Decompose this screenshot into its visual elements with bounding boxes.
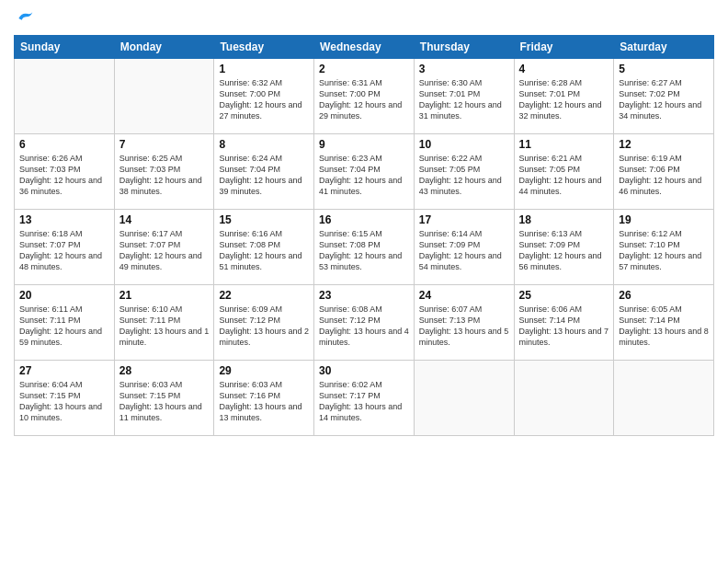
calendar-cell: 22Sunrise: 6:09 AM Sunset: 7:12 PM Dayli…: [214, 285, 314, 361]
day-number: 18: [519, 213, 609, 226]
logo: [14, 9, 34, 28]
day-info: Sunrise: 6:23 AM Sunset: 7:04 PM Dayligh…: [319, 153, 409, 198]
calendar-cell: 16Sunrise: 6:15 AM Sunset: 7:08 PM Dayli…: [314, 210, 415, 285]
page: SundayMondayTuesdayWednesdayThursdayFrid…: [0, 0, 728, 563]
calendar-cell: 13Sunrise: 6:18 AM Sunset: 7:07 PM Dayli…: [15, 210, 115, 285]
calendar-cell: 20Sunrise: 6:11 AM Sunset: 7:11 PM Dayli…: [15, 285, 115, 361]
day-number: 1: [219, 63, 309, 75]
day-info: Sunrise: 6:32 AM Sunset: 7:00 PM Dayligh…: [219, 77, 309, 122]
calendar-week-row: 1Sunrise: 6:32 AM Sunset: 7:00 PM Daylig…: [15, 59, 714, 134]
day-number: 7: [119, 138, 210, 151]
day-number: 21: [119, 289, 210, 302]
day-info: Sunrise: 6:06 AM Sunset: 7:14 PM Dayligh…: [519, 304, 609, 349]
day-info: Sunrise: 6:25 AM Sunset: 7:03 PM Dayligh…: [119, 153, 210, 198]
weekday-header: Monday: [114, 36, 214, 59]
day-info: Sunrise: 6:10 AM Sunset: 7:11 PM Dayligh…: [119, 304, 210, 349]
calendar-cell: 19Sunrise: 6:12 AM Sunset: 7:10 PM Dayli…: [614, 210, 714, 285]
day-info: Sunrise: 6:03 AM Sunset: 7:15 PM Dayligh…: [119, 379, 210, 424]
calendar-cell: 25Sunrise: 6:06 AM Sunset: 7:14 PM Dayli…: [514, 285, 614, 361]
calendar-cell: [614, 361, 714, 436]
header: [14, 9, 714, 28]
calendar-cell: 8Sunrise: 6:24 AM Sunset: 7:04 PM Daylig…: [214, 134, 314, 210]
day-info: Sunrise: 6:18 AM Sunset: 7:07 PM Dayligh…: [19, 228, 109, 273]
day-info: Sunrise: 6:02 AM Sunset: 7:17 PM Dayligh…: [319, 379, 409, 424]
calendar-cell: 30Sunrise: 6:02 AM Sunset: 7:17 PM Dayli…: [314, 361, 415, 436]
calendar-cell: 17Sunrise: 6:14 AM Sunset: 7:09 PM Dayli…: [414, 210, 514, 285]
day-info: Sunrise: 6:12 AM Sunset: 7:10 PM Dayligh…: [619, 228, 709, 273]
calendar-cell: [15, 59, 115, 134]
calendar-cell: 24Sunrise: 6:07 AM Sunset: 7:13 PM Dayli…: [414, 285, 514, 361]
day-number: 20: [19, 289, 109, 302]
calendar-cell: 6Sunrise: 6:26 AM Sunset: 7:03 PM Daylig…: [15, 134, 115, 210]
day-number: 3: [419, 63, 509, 75]
calendar-cell: 4Sunrise: 6:28 AM Sunset: 7:01 PM Daylig…: [514, 59, 614, 134]
calendar-table: SundayMondayTuesdayWednesdayThursdayFrid…: [14, 35, 714, 436]
weekday-header: Sunday: [15, 36, 115, 59]
day-info: Sunrise: 6:30 AM Sunset: 7:01 PM Dayligh…: [419, 77, 509, 122]
day-info: Sunrise: 6:21 AM Sunset: 7:05 PM Dayligh…: [519, 153, 609, 198]
day-number: 26: [619, 289, 709, 302]
calendar-cell: 28Sunrise: 6:03 AM Sunset: 7:15 PM Dayli…: [114, 361, 214, 436]
day-number: 13: [19, 213, 109, 226]
day-info: Sunrise: 6:31 AM Sunset: 7:00 PM Dayligh…: [319, 77, 409, 122]
day-number: 9: [319, 138, 409, 151]
day-info: Sunrise: 6:13 AM Sunset: 7:09 PM Dayligh…: [519, 228, 609, 273]
day-number: 16: [319, 213, 409, 226]
calendar-cell: 10Sunrise: 6:22 AM Sunset: 7:05 PM Dayli…: [414, 134, 514, 210]
calendar-cell: 21Sunrise: 6:10 AM Sunset: 7:11 PM Dayli…: [114, 285, 214, 361]
day-number: 15: [219, 213, 309, 226]
calendar-cell: 15Sunrise: 6:16 AM Sunset: 7:08 PM Dayli…: [214, 210, 314, 285]
day-number: 14: [119, 213, 210, 226]
day-number: 28: [119, 364, 210, 377]
day-number: 4: [519, 63, 609, 75]
day-number: 8: [219, 138, 309, 151]
day-number: 19: [619, 213, 709, 226]
calendar-cell: 7Sunrise: 6:25 AM Sunset: 7:03 PM Daylig…: [114, 134, 214, 210]
calendar-header-row: SundayMondayTuesdayWednesdayThursdayFrid…: [15, 36, 714, 59]
calendar-cell: [514, 361, 614, 436]
day-info: Sunrise: 6:19 AM Sunset: 7:06 PM Dayligh…: [619, 153, 709, 198]
calendar-cell: 5Sunrise: 6:27 AM Sunset: 7:02 PM Daylig…: [614, 59, 714, 134]
weekday-header: Friday: [514, 36, 614, 59]
calendar-cell: 12Sunrise: 6:19 AM Sunset: 7:06 PM Dayli…: [614, 134, 714, 210]
day-info: Sunrise: 6:14 AM Sunset: 7:09 PM Dayligh…: [419, 228, 509, 273]
calendar-cell: 1Sunrise: 6:32 AM Sunset: 7:00 PM Daylig…: [214, 59, 314, 134]
day-number: 25: [519, 289, 609, 302]
logo-bird-icon: [16, 9, 34, 28]
calendar-week-row: 20Sunrise: 6:11 AM Sunset: 7:11 PM Dayli…: [15, 285, 714, 361]
calendar-cell: 18Sunrise: 6:13 AM Sunset: 7:09 PM Dayli…: [514, 210, 614, 285]
day-info: Sunrise: 6:17 AM Sunset: 7:07 PM Dayligh…: [119, 228, 210, 273]
weekday-header: Saturday: [614, 36, 714, 59]
day-info: Sunrise: 6:04 AM Sunset: 7:15 PM Dayligh…: [19, 379, 109, 424]
day-number: 12: [619, 138, 709, 151]
calendar-cell: 23Sunrise: 6:08 AM Sunset: 7:12 PM Dayli…: [314, 285, 415, 361]
calendar-cell: 26Sunrise: 6:05 AM Sunset: 7:14 PM Dayli…: [614, 285, 714, 361]
calendar-cell: [414, 361, 514, 436]
day-info: Sunrise: 6:22 AM Sunset: 7:05 PM Dayligh…: [419, 153, 509, 198]
day-info: Sunrise: 6:09 AM Sunset: 7:12 PM Dayligh…: [219, 304, 309, 349]
day-number: 24: [419, 289, 509, 302]
day-info: Sunrise: 6:28 AM Sunset: 7:01 PM Dayligh…: [519, 77, 609, 122]
day-info: Sunrise: 6:15 AM Sunset: 7:08 PM Dayligh…: [319, 228, 409, 273]
calendar-cell: 9Sunrise: 6:23 AM Sunset: 7:04 PM Daylig…: [314, 134, 415, 210]
calendar-week-row: 27Sunrise: 6:04 AM Sunset: 7:15 PM Dayli…: [15, 361, 714, 436]
calendar-cell: 3Sunrise: 6:30 AM Sunset: 7:01 PM Daylig…: [414, 59, 514, 134]
calendar-cell: 29Sunrise: 6:03 AM Sunset: 7:16 PM Dayli…: [214, 361, 314, 436]
day-info: Sunrise: 6:26 AM Sunset: 7:03 PM Dayligh…: [19, 153, 109, 198]
day-info: Sunrise: 6:05 AM Sunset: 7:14 PM Dayligh…: [619, 304, 709, 349]
calendar-cell: 14Sunrise: 6:17 AM Sunset: 7:07 PM Dayli…: [114, 210, 214, 285]
calendar-cell: [114, 59, 214, 134]
day-number: 27: [19, 364, 109, 377]
weekday-header: Thursday: [414, 36, 514, 59]
day-number: 10: [419, 138, 509, 151]
day-number: 2: [319, 63, 409, 75]
day-info: Sunrise: 6:08 AM Sunset: 7:12 PM Dayligh…: [319, 304, 409, 349]
day-number: 23: [319, 289, 409, 302]
day-number: 22: [219, 289, 309, 302]
day-info: Sunrise: 6:16 AM Sunset: 7:08 PM Dayligh…: [219, 228, 309, 273]
day-info: Sunrise: 6:27 AM Sunset: 7:02 PM Dayligh…: [619, 77, 709, 122]
calendar-cell: 2Sunrise: 6:31 AM Sunset: 7:00 PM Daylig…: [314, 59, 415, 134]
day-info: Sunrise: 6:03 AM Sunset: 7:16 PM Dayligh…: [219, 379, 309, 424]
calendar-cell: 11Sunrise: 6:21 AM Sunset: 7:05 PM Dayli…: [514, 134, 614, 210]
calendar-cell: 27Sunrise: 6:04 AM Sunset: 7:15 PM Dayli…: [15, 361, 115, 436]
